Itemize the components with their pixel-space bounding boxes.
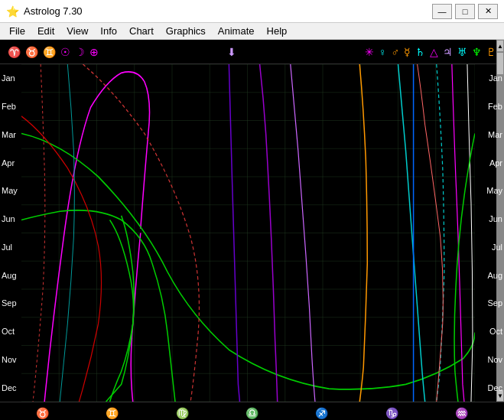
menu-edit[interactable]: Edit (31, 23, 60, 39)
symbol-center: ⬇ (227, 46, 236, 58)
month-labels-right: Jan Feb Mar Apr May Jun Jul Aug Sep Oct … (475, 64, 504, 402)
menu-animate[interactable]: Animate (212, 23, 261, 39)
month-nov-left: Nov (2, 355, 21, 364)
month-aug-right: Aug (476, 271, 502, 280)
bottom-symbol-1: ♉ (36, 407, 49, 419)
menu-chart[interactable]: Chart (123, 23, 160, 39)
chart-svg (21, 64, 475, 402)
symbol-mercury: ☿ (404, 46, 411, 58)
month-jul-left: Jul (2, 243, 21, 252)
scroll-up-button[interactable]: ▲ (496, 40, 504, 52)
menu-file[interactable]: File (3, 23, 31, 39)
menu-info[interactable]: Info (94, 23, 123, 39)
month-oct-right: Oct (476, 327, 502, 336)
close-button[interactable]: ✕ (478, 4, 498, 19)
right-symbols: ✳ ♀ ♂ ☿ ♄ △ ♃ ♅ ♆ ♇ (365, 46, 496, 58)
top-symbolbar: ♈ ♉ ♊ ☉ ☽ ⊕ ⬇ ✳ ♀ ♂ ☿ ♄ △ ♃ ♅ ♆ ♇ (0, 40, 504, 64)
month-may-left: May (2, 186, 21, 195)
month-jun-left: Jun (2, 214, 21, 223)
bottom-symbol-7: ♒ (455, 407, 468, 419)
month-apr-right: Apr (476, 158, 502, 168)
bottom-symbol-4: ♎ (245, 407, 259, 419)
symbol-venus2: ♂ (392, 46, 400, 58)
bottom-symbol-2: ♊ (106, 407, 119, 419)
left-symbols: ♈ ♉ ♊ ☉ ☽ ⊕ (8, 46, 99, 58)
month-oct-left: Oct (2, 327, 21, 336)
curve-green-1 (21, 210, 175, 402)
month-feb-left: Feb (2, 102, 21, 111)
symbol-ascendant: ⊕ (89, 46, 99, 58)
month-dec-right: Dec (476, 383, 502, 392)
month-mar-right: Mar (476, 130, 502, 139)
chart-canvas (21, 64, 475, 402)
month-dec-left: Dec (2, 383, 21, 392)
month-jan-right: Jan (476, 73, 502, 83)
bottom-symbol-6: ♑ (385, 407, 398, 419)
symbol-taurus: ♉ (25, 46, 38, 58)
symbol-neptune: ♆ (472, 46, 482, 58)
titlebar-left: ⭐ Astrolog 7.30 (6, 5, 83, 18)
menu-help[interactable]: Help (261, 23, 294, 39)
bottom-symbol-3: ♍ (176, 407, 189, 419)
symbol-triangle: △ (430, 46, 438, 58)
month-mar-left: Mar (2, 130, 21, 139)
chart-area: Jan Feb Mar Apr May Jun Jul Aug Sep Oct … (0, 64, 504, 402)
menu-view[interactable]: View (60, 23, 94, 39)
month-nov-right: Nov (476, 355, 502, 364)
menubar: File Edit View Info Chart Graphics Anima… (0, 23, 504, 40)
month-apr-left: Apr (2, 158, 21, 168)
symbol-chiron: ✳ (365, 46, 374, 58)
month-sep-left: Sep (2, 298, 21, 308)
month-jul-right: Jul (476, 243, 502, 252)
symbol-sun: ☉ (60, 46, 70, 58)
month-feb-right: Feb (476, 102, 502, 111)
month-jun-right: Jun (476, 214, 502, 223)
curve-green-loop (110, 220, 134, 402)
month-jan-left: Jan (2, 73, 21, 83)
symbol-gemini: ♊ (43, 46, 56, 58)
app-title: Astrolog 7.30 (24, 5, 83, 17)
bottom-symbol-5: ♐ (315, 407, 328, 419)
symbol-moon: ☽ (75, 46, 85, 58)
month-aug-left: Aug (2, 271, 21, 280)
titlebar-controls: — □ ✕ (432, 4, 498, 19)
bottom-symbolbar: ♉ ♊ ♍ ♎ ♐ ♑ ♒ (0, 402, 504, 420)
center-symbols: ⬇ (227, 46, 236, 58)
symbol-saturn: ♄ (415, 46, 425, 58)
month-labels-left: Jan Feb Mar Apr May Jun Jul Aug Sep Oct … (0, 64, 23, 402)
app-icon: ⭐ (6, 5, 19, 18)
month-sep-right: Sep (476, 298, 502, 308)
symbol-jupiter: ♃ (443, 46, 453, 58)
maximize-button[interactable]: □ (455, 4, 475, 19)
month-may-right: May (476, 186, 502, 195)
titlebar: ⭐ Astrolog 7.30 — □ ✕ (0, 0, 504, 23)
symbol-venus1: ♀ (379, 46, 387, 58)
symbol-aries: ♈ (8, 46, 21, 58)
menu-graphics[interactable]: Graphics (160, 23, 212, 39)
symbol-pluto: ♇ (486, 46, 496, 58)
minimize-button[interactable]: — (432, 4, 452, 19)
symbol-uranus: ♅ (457, 46, 467, 58)
curve-magenta-1 (44, 72, 149, 402)
